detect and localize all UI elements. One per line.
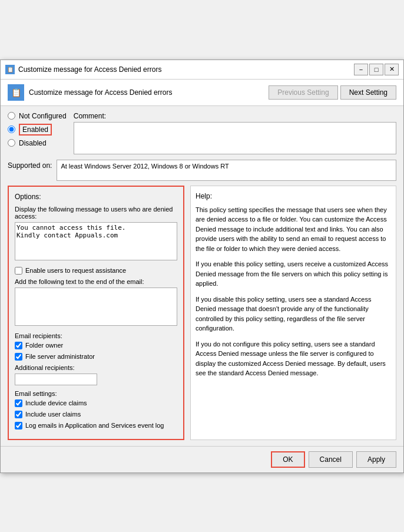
include-device-row[interactable]: Include device claims <box>15 399 177 407</box>
assistance-label: Enable users to request assistance <box>25 267 126 274</box>
title-bar: 📋 Customize message for Access Denied er… <box>1 60 403 80</box>
email-textarea[interactable] <box>15 288 177 326</box>
supported-row: Supported on: At least Windows Server 20… <box>8 160 396 181</box>
log-emails-row[interactable]: Log emails in Application and Services e… <box>15 422 177 429</box>
title-bar-controls: − □ ✕ <box>354 64 399 75</box>
folder-owner-row[interactable]: Folder owner <box>15 342 177 349</box>
supported-label: Supported on: <box>8 160 52 170</box>
supported-value: At least Windows Server 2012, Windows 8 … <box>57 160 396 181</box>
log-emails-label: Log emails in Application and Services e… <box>25 422 164 429</box>
not-configured-option[interactable]: Not Configured <box>8 112 67 120</box>
close-button[interactable]: ✕ <box>385 64 399 75</box>
main-window: 📋 Customize message for Access Denied er… <box>0 60 404 473</box>
header-buttons: Previous Setting Next Setting <box>269 85 396 100</box>
disabled-radio[interactable] <box>8 139 15 147</box>
email-label: Add the following text to the end of the… <box>15 278 177 285</box>
enabled-radio[interactable] <box>8 125 15 133</box>
next-setting-button[interactable]: Next Setting <box>340 85 396 100</box>
help-heading: Help: <box>196 191 391 201</box>
additional-recipients-label: Additional recipients: <box>15 364 177 371</box>
comment-scroll-wrapper <box>74 122 396 156</box>
title-bar-left: 📋 Customize message for Access Denied er… <box>5 65 161 74</box>
help-para-3: If you disable this policy setting, user… <box>196 295 391 333</box>
not-configured-label: Not Configured <box>19 112 67 120</box>
two-column-layout: Options: Display the following message t… <box>8 186 396 440</box>
include-user-label: Include user claims <box>25 411 81 418</box>
email-settings-label: Email settings: <box>15 390 177 397</box>
footer: OK Cancel Apply <box>1 446 403 472</box>
display-message-label: Display the following message to users w… <box>15 206 177 220</box>
cancel-button[interactable]: Cancel <box>309 451 353 468</box>
help-para-1: This policy setting specifies the messag… <box>196 205 391 254</box>
help-para-2: If you enable this policy setting, users… <box>196 259 391 289</box>
enabled-label: Enabled <box>19 124 52 136</box>
enabled-option[interactable]: Enabled <box>8 124 67 136</box>
file-server-admin-label: File server administrator <box>25 353 95 360</box>
window-icon: 📋 <box>5 65 15 74</box>
folder-owner-label: Folder owner <box>25 342 63 349</box>
help-para-4: If you do not configure this policy sett… <box>196 339 391 378</box>
apply-button[interactable]: Apply <box>356 451 396 468</box>
file-server-admin-checkbox[interactable] <box>15 353 22 361</box>
minimize-button[interactable]: − <box>354 64 368 75</box>
header-icon: 📋 <box>8 84 24 101</box>
assistance-checkbox[interactable] <box>15 267 22 275</box>
prev-setting-button[interactable]: Previous Setting <box>269 85 337 100</box>
window-title: Customize message for Access Denied erro… <box>18 65 161 74</box>
include-device-label: Include device claims <box>25 399 87 407</box>
additional-recipients-input[interactable] <box>15 374 97 385</box>
comment-label: Comment: <box>74 112 396 120</box>
not-configured-radio[interactable] <box>8 112 15 120</box>
folder-owner-checkbox[interactable] <box>15 342 22 349</box>
disabled-option[interactable]: Disabled <box>8 139 67 147</box>
email-scroll-wrapper <box>15 288 177 332</box>
file-server-admin-row[interactable]: File server administrator <box>15 353 177 361</box>
help-text: This policy setting specifies the messag… <box>196 205 391 378</box>
header-left: 📋 Customize message for Access Denied er… <box>8 84 172 101</box>
recipients-label: Email recipients: <box>15 332 177 339</box>
header-row: 📋 Customize message for Access Denied er… <box>1 80 403 106</box>
assistance-checkbox-row[interactable]: Enable users to request assistance <box>15 267 177 275</box>
include-user-row[interactable]: Include user claims <box>15 411 177 418</box>
comment-section: Comment: <box>74 112 396 156</box>
include-user-checkbox[interactable] <box>15 411 22 418</box>
content-area: Not Configured Enabled Disabled Comment: <box>1 106 403 446</box>
ok-button[interactable]: OK <box>271 451 304 468</box>
help-column: Help: This policy setting specifies the … <box>190 186 396 440</box>
comment-textarea[interactable] <box>74 122 396 154</box>
message-scroll-wrapper: You cannot access this file. Kindly cont… <box>15 222 177 267</box>
disabled-label: Disabled <box>19 139 47 147</box>
radio-column: Not Configured Enabled Disabled <box>8 112 67 156</box>
options-column: Options: Display the following message t… <box>8 186 184 440</box>
options-heading: Options: <box>15 193 177 201</box>
message-textarea[interactable]: You cannot access this file. Kindly cont… <box>15 222 177 260</box>
top-layout: Not Configured Enabled Disabled Comment: <box>8 112 396 156</box>
header-title: Customize message for Access Denied erro… <box>29 88 172 97</box>
maximize-button[interactable]: □ <box>369 64 383 75</box>
log-emails-checkbox[interactable] <box>15 422 22 429</box>
include-device-checkbox[interactable] <box>15 399 22 407</box>
